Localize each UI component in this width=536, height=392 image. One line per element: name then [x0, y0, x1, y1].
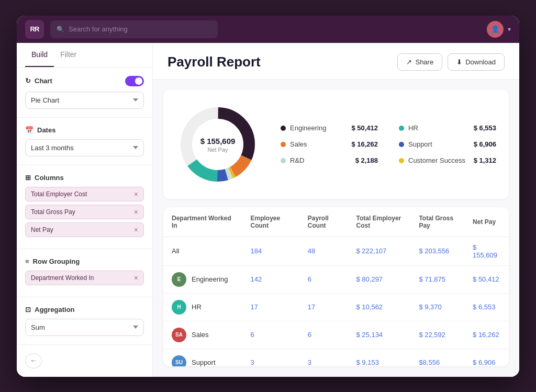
tag-dept-worked-in: Department Worked In ×: [25, 271, 144, 285]
cell-cost-hr: $ 10,562: [356, 303, 383, 311]
share-button[interactable]: ↗ Share: [397, 53, 442, 71]
calendar-icon: 📅: [25, 126, 34, 134]
cell-emp-sales[interactable]: 6: [250, 331, 254, 339]
cell-gross-eng: $ 71,875: [419, 275, 445, 283]
legend-dot-sales: [281, 142, 286, 147]
main-panel: $ 155,609 Net Pay Engineering $ 50,412: [153, 80, 519, 377]
page-header: Payroll Report ↗ Share ⬇ Download: [153, 43, 519, 80]
aggregation-section: ⊡ Aggregation Sum: [17, 297, 152, 345]
cell-emp-hr[interactable]: 17: [250, 303, 258, 311]
chart-card: $ 155,609 Net Pay Engineering $ 50,412: [163, 90, 509, 199]
chart-section: ↻ Chart Pie Chart: [17, 68, 152, 118]
table-row-hr: H HR 17 17 $ 10,562 $ 9,370 $ 6,553: [163, 293, 509, 321]
legend-support: Support $ 6,906: [399, 140, 496, 148]
tag-gross-pay: Total Gross Pay ×: [25, 205, 144, 219]
badge-support: SU: [172, 355, 186, 366]
legend-dot-hr: [399, 126, 404, 131]
cell-dept-support: SU Support: [172, 355, 233, 366]
download-button[interactable]: ⬇ Download: [448, 53, 505, 71]
legend-dot-customer-success: [399, 158, 404, 163]
legend-rd: R&D $ 2,188: [281, 156, 378, 164]
cell-payroll-sales[interactable]: 6: [308, 331, 311, 339]
app-logo: RR: [25, 20, 44, 39]
tag-employer-cost: Total Employer Cost ×: [25, 187, 144, 201]
tab-build[interactable]: Build: [25, 43, 54, 67]
remove-net-pay[interactable]: ×: [134, 226, 138, 233]
col-dept: Department Worked In: [163, 207, 242, 237]
tag-net-pay: Net Pay ×: [25, 222, 144, 237]
columns-section-title: ⊞ Columns: [25, 174, 64, 182]
table-row-support: SU Support 3 3 $ 9,153 $8,556 $ 6,906: [163, 349, 509, 366]
chart-type-select[interactable]: Pie Chart: [25, 92, 144, 109]
cell-gross-hr: $ 9,370: [419, 303, 441, 311]
columns-tags: Total Employer Cost × Total Gross Pay × …: [25, 187, 144, 237]
col-gross-pay: Total Gross Pay: [410, 207, 464, 237]
legend-customer-success: Customer Success $ 1,312: [399, 156, 496, 164]
cell-gross-support: $8,556: [419, 359, 440, 366]
share-icon: ↗: [406, 58, 412, 66]
cell-emp-eng[interactable]: 142: [250, 275, 262, 283]
back-button[interactable]: ←: [25, 353, 42, 368]
chart-icon: ↻: [25, 77, 31, 85]
tab-filter[interactable]: Filter: [54, 43, 83, 67]
badge-hr: H: [172, 300, 186, 315]
header-actions: ↗ Share ⬇ Download: [397, 53, 505, 71]
aggregation-title: ⊡ Aggregation: [25, 306, 75, 313]
table-row-engineering: E Engineering 142 6 $ 80,297 $ 71,875 $ …: [163, 265, 509, 293]
chart-toggle[interactable]: [125, 76, 144, 86]
chart-section-title: ↻ Chart: [25, 77, 52, 85]
remove-employer-cost[interactable]: ×: [134, 191, 138, 198]
cell-net-support: $ 6,906: [473, 359, 495, 366]
cell-net-sales: $ 16,262: [473, 331, 499, 339]
cell-cost-support: $ 9,153: [356, 359, 379, 366]
badge-sales: SA: [172, 328, 186, 342]
columns-section: ⊞ Columns Total Employer Cost × Total Gr…: [17, 165, 152, 249]
badge-engineering: E: [172, 272, 186, 287]
cell-cost-all: $ 222,107: [356, 247, 387, 255]
dates-section-title: 📅 Dates: [25, 126, 55, 134]
chart-center-amount: $ 155,609: [200, 136, 236, 145]
cell-payroll-all[interactable]: 48: [308, 247, 315, 255]
legend-dot-engineering: [281, 126, 286, 131]
cell-cost-eng: $ 80,297: [356, 275, 383, 283]
cell-gross-all: $ 203,556: [419, 247, 449, 255]
cell-dept-engineering: E Engineering: [172, 272, 233, 287]
data-table: Department Worked In Employee Count Payr…: [163, 207, 509, 366]
cell-dept-hr: H HR: [172, 300, 233, 315]
cell-dept-all: All: [163, 237, 242, 265]
col-emp-count: Employee Count: [242, 207, 299, 237]
cell-emp-all[interactable]: 184: [250, 247, 262, 255]
legend-dot-rd: [281, 158, 286, 163]
sidebar-tabs: Build Filter: [17, 43, 152, 68]
cell-net-hr: $ 6,553: [473, 303, 495, 311]
cell-payroll-eng[interactable]: 6: [308, 275, 311, 283]
chevron-down-icon[interactable]: ▾: [508, 26, 511, 33]
cell-payroll-hr[interactable]: 17: [308, 303, 315, 311]
remove-dept[interactable]: ×: [134, 274, 138, 282]
legend-sales: Sales $ 16,262: [281, 140, 378, 148]
pie-chart: $ 155,609 Net Pay: [176, 103, 260, 186]
legend-engineering: Engineering $ 50,412: [281, 124, 378, 132]
top-bar-right: 👤 ▾: [487, 21, 511, 38]
row-grouping-icon: ≡: [25, 257, 29, 265]
cell-net-eng: $ 50,412: [473, 275, 499, 283]
search-icon: 🔍: [57, 26, 64, 33]
cell-net-all: $ 155,609: [473, 243, 497, 259]
table-row-all: All 184 48 $ 222,107 $ 203,556 $ 155,609: [163, 237, 509, 265]
page-title: Payroll Report: [168, 54, 261, 70]
remove-gross-pay[interactable]: ×: [134, 208, 138, 216]
legend-dot-support: [399, 142, 404, 147]
avatar[interactable]: 👤: [487, 21, 504, 38]
cell-gross-sales: $ 22,592: [419, 331, 445, 339]
search-bar[interactable]: 🔍 Search for anything: [50, 20, 218, 38]
dates-select[interactable]: Last 3 months: [25, 139, 144, 156]
search-placeholder: Search for anything: [69, 25, 128, 33]
cell-cost-sales: $ 25,134: [356, 331, 383, 339]
table-row-sales: SA Sales 6 6 $ 25,134 $ 22,592 $ 16,262: [163, 321, 509, 349]
cell-emp-support[interactable]: 3: [250, 359, 254, 366]
aggregation-select[interactable]: Sum: [25, 319, 144, 336]
cell-payroll-support[interactable]: 3: [308, 359, 311, 366]
chart-legend: Engineering $ 50,412 HR $ 6,553 Sales $ …: [281, 124, 496, 164]
columns-icon: ⊞: [25, 174, 31, 182]
col-payroll-count: Payroll Count: [299, 207, 348, 237]
